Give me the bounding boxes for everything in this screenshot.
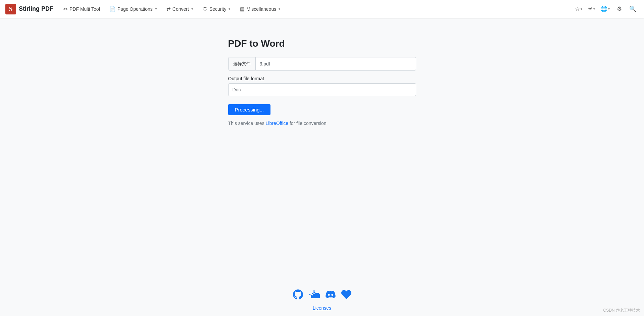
heart-link[interactable] <box>341 289 351 302</box>
navbar-right: ☆ ▾ ☀ ▾ 🌐 ▾ ⚙ 🔍 <box>573 3 639 15</box>
nav-pdf-multi-tool[interactable]: ✂ PDF Multi Tool <box>60 4 103 14</box>
globe-icon: 🌐 <box>600 5 607 12</box>
file-input-row: 选择文件 3.pdf <box>228 57 416 71</box>
svg-text:S: S <box>9 5 13 12</box>
info-text-before: This service uses <box>228 121 266 126</box>
page-operations-chevron-icon: ▾ <box>155 7 157 11</box>
docker-link[interactable] <box>308 289 320 302</box>
github-icon <box>293 289 303 300</box>
misc-chevron-icon: ▾ <box>279 7 281 11</box>
github-link[interactable] <box>293 289 303 302</box>
sun-icon: ☀ <box>588 5 593 12</box>
page-title: PDF to Word <box>228 38 416 49</box>
footer: Licenses <box>0 283 644 316</box>
main-content: PDF to Word 选择文件 3.pdf Output file forma… <box>0 18 644 283</box>
heart-icon <box>341 289 351 300</box>
info-text: This service uses LibreOffice for file c… <box>228 121 416 126</box>
licenses-link[interactable]: Licenses <box>313 305 331 311</box>
discord-icon <box>325 289 336 300</box>
nav-security[interactable]: 🛡 Security ▾ <box>199 4 234 14</box>
nav-miscellaneous[interactable]: ▤ Miscellaneous ▾ <box>237 4 284 14</box>
brand-link[interactable]: S Stirling PDF <box>5 4 53 14</box>
output-format-select[interactable]: Doc Docx <box>228 83 416 96</box>
navbar: S Stirling PDF ✂ PDF Multi Tool 📄 Page O… <box>0 0 644 18</box>
star-icon: ☆ <box>575 5 580 12</box>
nav-convert[interactable]: ⇄ Convert ▾ <box>163 4 197 14</box>
search-icon: 🔍 <box>629 5 636 12</box>
brightness-button[interactable]: ☀ ▾ <box>586 3 597 15</box>
convert-chevron-icon: ▾ <box>191 7 193 11</box>
search-button[interactable]: 🔍 <box>627 3 639 15</box>
security-chevron-icon: ▾ <box>229 7 231 11</box>
processing-button[interactable]: Processing... <box>228 104 271 115</box>
scissors-icon: ✂ <box>63 6 68 12</box>
globe-chevron-icon: ▾ <box>608 7 610 11</box>
output-format-label: Output file format <box>228 76 416 81</box>
nav-page-operations[interactable]: 📄 Page Operations ▾ <box>106 4 160 14</box>
watermark: CSDN @老王聊技术 <box>603 308 640 313</box>
misc-icon: ▤ <box>240 6 245 12</box>
discord-link[interactable] <box>325 289 336 302</box>
star-button[interactable]: ☆ ▾ <box>573 3 584 15</box>
file-choose-button[interactable]: 选择文件 <box>229 57 256 70</box>
brand-name: Stirling PDF <box>19 5 53 12</box>
settings-button[interactable]: ⚙ <box>613 3 625 15</box>
shield-icon: 🛡 <box>203 6 208 12</box>
libreoffice-link[interactable]: LibreOffice <box>266 121 288 126</box>
info-text-after: for file conversion. <box>288 121 328 126</box>
page-container: PDF to Word 选择文件 3.pdf Output file forma… <box>228 38 416 126</box>
page-icon: 📄 <box>109 6 116 12</box>
brightness-chevron-icon: ▾ <box>593 7 595 11</box>
footer-icons <box>293 289 351 302</box>
brand-logo-icon: S <box>5 4 16 14</box>
docker-icon <box>308 289 320 300</box>
convert-icon: ⇄ <box>166 6 171 12</box>
file-name-display: 3.pdf <box>256 58 416 69</box>
star-chevron-icon: ▾ <box>581 7 582 11</box>
gear-icon: ⚙ <box>617 5 622 12</box>
globe-button[interactable]: 🌐 ▾ <box>598 3 612 15</box>
